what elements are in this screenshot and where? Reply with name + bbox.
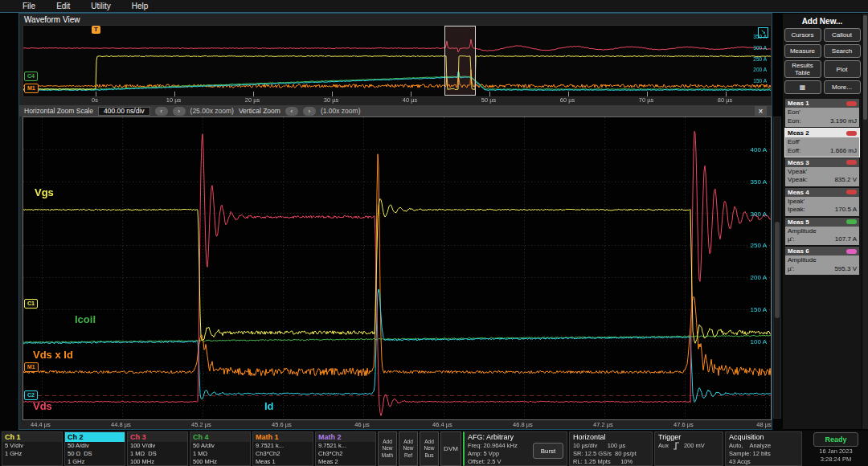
channel-setting: 500 MHz xyxy=(190,458,250,466)
trigger-source: Aux xyxy=(658,442,669,450)
channel-badge-ch4[interactable]: Ch 450 A/div1 MΩ500 MHz xyxy=(190,431,251,466)
channel-badge-math2[interactable]: Math 29.7521 k...Ch3*Ch2Meas 2 xyxy=(315,431,376,466)
horizontal-record-length: RL: 1.25 Mpts 10% xyxy=(573,458,649,466)
add-new-ref-button[interactable]: Add New Ref xyxy=(399,431,418,466)
channel-setting: 9.7521 k... xyxy=(253,442,313,450)
add-new-math-button[interactable]: Add New Math xyxy=(378,431,397,466)
meas-source-color-badge xyxy=(846,190,857,194)
plot-button[interactable]: Plot xyxy=(824,60,861,78)
trigger-panel[interactable]: Trigger Aux 200 mV xyxy=(654,431,723,466)
burst-button[interactable]: Burst xyxy=(533,443,563,459)
measurement-name: Meas 5 xyxy=(788,219,809,226)
h-scale-value[interactable]: 400.00 ns/div xyxy=(98,107,150,116)
acquisition-sample: Sample: 12 bits xyxy=(729,450,798,458)
channel-badge-ch3[interactable]: Ch 3100 V/div1 MΩ DS100 MHz xyxy=(127,431,188,466)
results-table-button[interactable]: Results Table xyxy=(784,60,821,78)
channel-ref-badge-m1[interactable]: M1 xyxy=(24,362,39,372)
menu-file[interactable]: File xyxy=(23,2,35,10)
measurement-type: Eon' xyxy=(788,108,857,117)
waveform-canvas[interactable] xyxy=(23,117,771,419)
current-axis-label: 350 A xyxy=(751,178,767,186)
more-button[interactable]: More... xyxy=(824,80,861,94)
meas-6-card[interactable]: Meas 6Amplitudeµ':595.3 V xyxy=(785,247,859,275)
overview-time-axis: 0s10 µs20 µs30 µs40 µs50 µs60 µs70 µs80 … xyxy=(23,96,770,105)
measurement-value: 3.190 mJ xyxy=(830,117,857,125)
v-zoom-decrease-button[interactable]: ‹ xyxy=(285,107,298,116)
channel-badges: Ch 15 V/div1 GHzCh 250 A/div50 Ω DS1 GHz… xyxy=(2,431,376,466)
overview-time-label: 0s xyxy=(92,96,98,104)
channel-setting: 1 GHz xyxy=(65,458,125,466)
results-table-icon-button[interactable]: ▦ xyxy=(784,80,821,94)
plot-vertical-scrollbar[interactable] xyxy=(773,117,781,419)
zoom-window[interactable] xyxy=(444,26,476,96)
horizontal-panel[interactable]: Horizontal 10 µs/div 100 µs SR: 12.5 GS/… xyxy=(569,431,653,466)
zoom-waveform-plot[interactable]: 400 A350 A300 A250 A200 A150 A100 AVgsIc… xyxy=(23,117,772,420)
meas-4-card[interactable]: Meas 4Ipeak'Ipeak:170.5 A xyxy=(785,188,859,216)
measurement-type: Amplitude xyxy=(788,256,857,264)
channel-setting: 50 Ω DS xyxy=(65,450,125,458)
h-zoom-decrease-button[interactable]: ‹ xyxy=(155,107,168,116)
h-zoom-increase-button[interactable]: › xyxy=(173,107,186,116)
channel-badge-ch1[interactable]: Ch 15 V/div1 GHz xyxy=(2,431,63,466)
measurement-label: Eoff: xyxy=(788,147,800,155)
overview-current-axis-label: 200 A xyxy=(753,67,767,72)
afg-panel[interactable]: AFG: Arbitrary Freq: 20.9644 kHz Amp: 5 … xyxy=(463,431,567,466)
meas-3-card[interactable]: Meas 3Vpeak'Vpeak:835.2 V xyxy=(785,158,859,186)
rising-edge-icon xyxy=(673,442,680,450)
dvm-button[interactable]: DVM xyxy=(440,431,461,466)
v-zoom-increase-button[interactable]: › xyxy=(303,107,316,116)
menu-help[interactable]: Help xyxy=(132,2,149,10)
meas-source-color-badge xyxy=(846,249,857,254)
channel-setting: 50 A/div xyxy=(65,442,125,450)
search-button[interactable]: Search xyxy=(824,44,861,58)
measurement-name: Meas 6 xyxy=(788,247,809,255)
ready-indicator: Ready xyxy=(813,432,858,447)
overview-plot[interactable]: T ↘ 350 A300 A250 A200 A150 AC4M1 xyxy=(23,25,772,97)
channel-name: Ch 2 xyxy=(65,432,125,442)
zoom-scale-bar: Horizontal Zoom Scale 400.00 ns/div ‹ › … xyxy=(19,105,772,117)
channel-ref-badge-c2[interactable]: C2 xyxy=(24,390,38,400)
menu-utility[interactable]: Utility xyxy=(91,2,110,10)
overview-current-axis-label: 250 A xyxy=(753,56,767,62)
channel-badge-math1[interactable]: Math 19.7521 k...Ch3*Ch2Meas 1 xyxy=(252,431,313,466)
overview-canvas[interactable] xyxy=(23,26,771,96)
acquisition-panel[interactable]: Acquisition Auto, Analyze Sample: 12 bit… xyxy=(725,431,802,466)
channel-ref-badge-c4[interactable]: C4 xyxy=(24,72,38,81)
channel-setting: 1 GHz xyxy=(2,450,62,458)
add-new-bus-button[interactable]: Add New Bus xyxy=(420,431,439,466)
channel-ref-badge-m1[interactable]: M1 xyxy=(24,84,39,93)
meas-1-card[interactable]: Meas 1Eon'Eon:3.190 mJ xyxy=(785,99,859,127)
channel-setting: Meas 2 xyxy=(316,458,375,466)
v-zoom-readout: (1.00x zoom) xyxy=(321,107,361,115)
measurement-type: Vpeak' xyxy=(788,168,857,176)
zoom-time-label: 47.6 µs xyxy=(674,421,694,428)
measurement-label: µ': xyxy=(788,235,794,243)
scrollbar-thumb[interactable] xyxy=(775,222,780,318)
channel-ref-badge-c1[interactable]: C1 xyxy=(24,299,38,309)
channel-setting: Meas 1 xyxy=(253,458,313,466)
trigger-marker[interactable]: T xyxy=(92,26,100,34)
scrollbar-thumb[interactable] xyxy=(863,15,867,120)
callout-button[interactable]: Callout xyxy=(824,28,861,42)
menu-bar: File Edit Utility Help xyxy=(0,0,868,13)
measure-button[interactable]: Measure xyxy=(784,44,821,58)
channel-setting: Ch3*Ch2 xyxy=(253,450,313,458)
cursors-button[interactable]: Cursors xyxy=(784,28,821,42)
meas-5-card[interactable]: Meas 5Amplitudeµ':107.7 A xyxy=(785,218,859,246)
add-new-title: Add New... xyxy=(783,14,862,28)
measurement-type: Eoff' xyxy=(788,138,857,146)
zoom-time-label: 46 µs xyxy=(354,421,370,428)
channel-badge-ch2[interactable]: Ch 250 A/div50 Ω DS1 GHz xyxy=(64,431,125,466)
meas-source-color-badge xyxy=(846,131,857,136)
menu-edit[interactable]: Edit xyxy=(56,2,70,10)
meas-2-card[interactable]: Meas 2Eoff'Eoff:1.666 mJ xyxy=(785,129,859,157)
current-axis-label: 250 A xyxy=(751,242,767,249)
status-time: 3:28:24 PM xyxy=(821,456,851,463)
sidebar-scrollbar[interactable] xyxy=(862,14,868,429)
channel-setting: 5 V/div xyxy=(2,442,62,450)
overview-time-label: 30 µs xyxy=(324,96,339,104)
measurement-label: Ipeak: xyxy=(788,206,805,214)
add-new-button-grid: CursorsCalloutMeasureSearchResults Table… xyxy=(783,28,862,94)
pane-title: Waveform View xyxy=(24,15,80,24)
zoom-close-button[interactable]: × xyxy=(755,106,767,116)
